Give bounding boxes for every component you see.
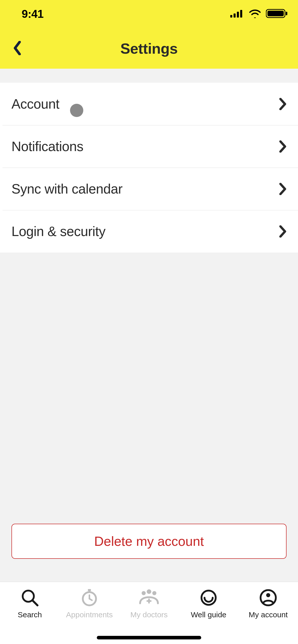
page-title: Settings [120, 40, 178, 57]
svg-line-8 [33, 601, 37, 605]
doctors-icon [138, 588, 160, 608]
svg-rect-1 [234, 13, 236, 18]
tab-my-account[interactable]: My account [238, 588, 298, 619]
chevron-right-icon [279, 225, 287, 238]
battery-icon [266, 9, 288, 19]
svg-rect-5 [267, 11, 284, 16]
status-right [230, 9, 288, 19]
delete-account-button[interactable]: Delete my account [11, 524, 287, 559]
row-label: Account [11, 96, 59, 112]
tab-search[interactable]: Search [0, 588, 60, 619]
account-icon [258, 588, 278, 608]
header: 9:41 [0, 0, 298, 69]
home-indicator [97, 636, 201, 639]
tab-bar: Search Appointments [0, 582, 298, 644]
row-login-security[interactable]: Login & security [0, 210, 298, 253]
wifi-icon [249, 9, 261, 19]
row-label: Sync with calendar [11, 181, 123, 197]
clock-icon [79, 588, 100, 608]
svg-line-11 [89, 599, 92, 600]
row-sync-calendar[interactable]: Sync with calendar [0, 168, 298, 210]
delete-account-label: Delete my account [94, 534, 204, 549]
tab-label: Appointments [66, 610, 113, 619]
touch-indicator [70, 104, 83, 117]
row-notifications[interactable]: Notifications [0, 125, 298, 168]
svg-rect-2 [237, 12, 239, 18]
svg-point-21 [266, 593, 270, 597]
tab-appointments[interactable]: Appointments [60, 588, 119, 619]
back-button[interactable] [7, 38, 28, 58]
svg-rect-12 [88, 589, 91, 591]
tab-label: My account [249, 610, 288, 619]
svg-rect-3 [240, 10, 242, 18]
chevron-left-icon [13, 41, 22, 56]
nav-bar: Settings [0, 28, 298, 69]
chevron-right-icon [279, 183, 287, 195]
row-label: Login & security [11, 224, 105, 239]
status-time: 9:41 [22, 8, 44, 20]
cellular-icon [230, 9, 244, 19]
tab-well-guide[interactable]: Well guide [179, 588, 238, 619]
settings-list: Account Notifications Sync with calendar [0, 83, 298, 253]
spacer [0, 253, 298, 524]
svg-point-19 [201, 591, 216, 605]
chevron-right-icon [279, 140, 287, 153]
svg-rect-6 [286, 12, 287, 15]
row-account[interactable]: Account [0, 83, 298, 125]
status-bar: 9:41 [0, 0, 298, 28]
svg-rect-0 [230, 15, 232, 18]
content: Account Notifications Sync with calendar [0, 69, 298, 582]
tab-label: Well guide [191, 610, 226, 619]
row-label: Notifications [11, 139, 83, 154]
svg-point-14 [142, 591, 146, 595]
tab-label: Search [18, 610, 42, 619]
tab-label: My doctors [130, 610, 168, 619]
svg-point-15 [147, 589, 151, 594]
search-icon [20, 588, 40, 608]
chevron-right-icon [279, 98, 287, 110]
tab-my-doctors[interactable]: My doctors [119, 588, 179, 619]
wellness-icon [198, 588, 219, 608]
svg-point-16 [152, 591, 156, 595]
